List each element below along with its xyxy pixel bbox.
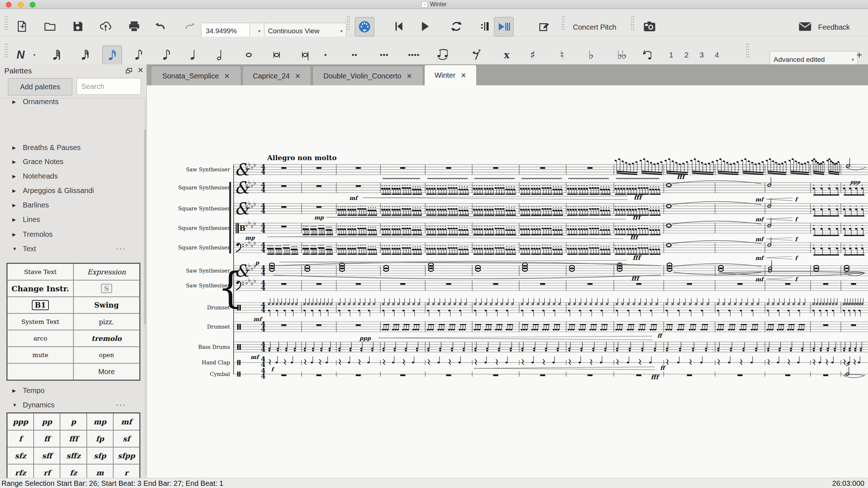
feedback-button[interactable] <box>796 17 814 36</box>
dynamic-mp[interactable]: mp <box>87 413 113 430</box>
tab-winter[interactable]: Winter ✕ <box>424 65 477 86</box>
palette-cell-tremolo[interactable]: tremolo <box>73 330 140 347</box>
natural-button[interactable]: ♮ <box>553 46 571 64</box>
palette-cell-pizz[interactable]: pizz. <box>73 313 140 330</box>
toolbar-drag-handle[interactable] <box>346 16 350 30</box>
palette-cell-expression[interactable]: Expression <box>73 264 140 280</box>
toolbar-drag-handle[interactable] <box>746 43 749 57</box>
palette-item-breaths-pauses[interactable]: ▶ Breaths & Pauses <box>0 142 144 153</box>
palette-item-grace-notes[interactable]: ▶ Grace Notes <box>0 156 144 167</box>
palette-more-icon[interactable]: ··· <box>116 244 126 253</box>
print-button[interactable] <box>125 17 144 36</box>
toolbar-drag-handle[interactable] <box>4 16 8 30</box>
palette-item-tremolos[interactable]: ▶ Tremolos <box>0 229 144 240</box>
palette-cell-system-text[interactable]: System Text <box>7 313 73 330</box>
dynamic-ppp[interactable]: ppp <box>7 413 34 430</box>
dynamic-sffz[interactable]: sffz <box>60 447 86 464</box>
quadruple-dot-button[interactable] <box>404 46 423 64</box>
64th-note-button[interactable] <box>47 46 66 64</box>
palette-more-icon[interactable]: ··· <box>116 400 126 410</box>
dynamic-f[interactable]: f <box>7 430 34 447</box>
pan-score-toggle[interactable] <box>494 17 514 37</box>
dynamic-sfpp[interactable]: sfpp <box>113 447 140 464</box>
close-tab-icon[interactable]: ✕ <box>224 72 230 80</box>
dynamic-sfp[interactable]: sfp <box>87 447 113 464</box>
dynamic-sfz[interactable]: sfz <box>7 447 34 464</box>
save-online-button[interactable] <box>96 17 115 36</box>
rest-button[interactable] <box>467 46 486 64</box>
flip-direction-button[interactable] <box>639 46 658 64</box>
camera-button[interactable] <box>640 17 659 36</box>
palette-cell-swing[interactable]: Swing <box>73 297 140 313</box>
palette-cell-open[interactable]: open <box>73 347 140 363</box>
palette-cell-s-frame[interactable]: S <box>73 280 140 297</box>
palette-search-input[interactable] <box>77 78 141 95</box>
palette-item-text[interactable]: ▼ Text ··· <box>0 243 144 254</box>
dynamic-p[interactable]: p <box>60 413 86 430</box>
voice-2-button[interactable]: 2 <box>679 46 694 64</box>
palette-item-ornaments[interactable]: ▶ Ornaments <box>0 98 144 107</box>
tab-sonata-semplice[interactable]: Sonata_Semplice ✕ <box>151 66 241 86</box>
toolbar-drag-handle[interactable] <box>4 43 8 57</box>
palette-item-lines[interactable]: ▶ Lines <box>0 214 144 225</box>
midi-input-toggle[interactable] <box>355 17 374 37</box>
sharp-button[interactable]: ♯ <box>523 46 542 64</box>
tab-double-violin-concerto[interactable]: Double_Violin_Concerto ✕ <box>312 66 423 86</box>
save-button[interactable] <box>68 17 87 36</box>
dynamic-fff[interactable]: fff <box>60 430 86 447</box>
dynamic-ff[interactable]: ff <box>34 430 60 447</box>
metronome-count-in-button[interactable] <box>476 17 495 36</box>
dynamic-rf[interactable]: rf <box>34 464 60 478</box>
palette-cell-mute[interactable]: mute <box>7 347 73 363</box>
dynamic-mf[interactable]: mf <box>113 413 140 430</box>
close-tab-icon[interactable]: ✕ <box>407 72 412 80</box>
add-workspace-button[interactable]: + <box>853 46 866 64</box>
quarter-note-button[interactable] <box>184 46 203 64</box>
palette-item-dynamics[interactable]: ▼ Dynamics ··· <box>0 399 144 410</box>
dynamic-fz[interactable]: fz <box>60 464 86 478</box>
open-file-button[interactable] <box>41 17 59 36</box>
toolbar-drag-handle[interactable] <box>561 16 565 30</box>
dynamic-fp[interactable]: fp <box>87 430 113 447</box>
close-panel-icon[interactable]: ✕ <box>137 66 144 74</box>
dynamic-r[interactable]: r <box>113 464 140 478</box>
tie-button[interactable] <box>433 46 452 64</box>
palette-item-noteheads[interactable]: ▶ Noteheads <box>0 171 144 181</box>
loop-playback-button[interactable] <box>447 17 466 36</box>
palette-cell-stave-text[interactable]: Stave Text <box>7 264 73 280</box>
palette-item-tempo[interactable]: ▶ Tempo <box>0 385 144 396</box>
new-score-button[interactable] <box>12 17 31 36</box>
note-input-dropdown[interactable]: ▾ <box>30 46 38 64</box>
redo-button[interactable] <box>181 17 200 36</box>
triple-dot-button[interactable] <box>376 46 395 64</box>
concert-pitch-button[interactable]: Concert Pitch <box>573 18 616 37</box>
palette-cell-change-instr[interactable]: Change Instr. <box>7 280 73 297</box>
palette-item-barlines[interactable]: ▶ Barlines <box>0 200 144 210</box>
longa-button[interactable] <box>296 46 315 64</box>
dynamic-m[interactable]: m <box>87 464 113 478</box>
dynamic-pp[interactable]: pp <box>34 413 60 430</box>
voice-3-button[interactable]: 3 <box>694 46 709 64</box>
tab-caprice-24[interactable]: Caprice_24 ✕ <box>242 66 311 86</box>
double-sharp-button[interactable]: x <box>497 46 516 64</box>
palette-item-arpeggios[interactable]: ▶ Arpeggios & Glissandi <box>0 185 144 196</box>
note-input-button[interactable]: N <box>12 46 29 64</box>
palette-cell-arco[interactable]: arco <box>7 330 73 347</box>
half-note-button[interactable] <box>211 46 230 64</box>
toolbar-drag-handle[interactable] <box>631 16 634 30</box>
voice-4-button[interactable]: 4 <box>710 46 724 64</box>
double-flat-button[interactable]: ♭♭ <box>612 46 631 64</box>
whole-note-button[interactable] <box>240 46 259 64</box>
dynamic-rfz[interactable]: rfz <box>7 464 34 478</box>
add-palettes-button[interactable]: Add palettes <box>8 78 72 95</box>
dynamic-sf[interactable]: sf <box>113 430 140 447</box>
32nd-note-button[interactable] <box>76 46 94 64</box>
eighth-note-alt-button[interactable] <box>157 46 176 64</box>
undock-panel-icon[interactable] <box>126 68 132 73</box>
augmentation-dot-button[interactable] <box>320 46 339 64</box>
score-canvas[interactable]: {&♭♭♭♭44&♭♭♭♭44&♭♭♭♭44B♭♭♭♭44♭♭♭♭44&♭♭♭♭… <box>147 85 868 478</box>
close-tab-icon[interactable]: ✕ <box>295 72 301 80</box>
flat-button[interactable]: ♭ <box>582 46 600 64</box>
palette-cell-b1[interactable]: B1 <box>7 297 73 313</box>
double-dot-button[interactable] <box>348 46 367 64</box>
